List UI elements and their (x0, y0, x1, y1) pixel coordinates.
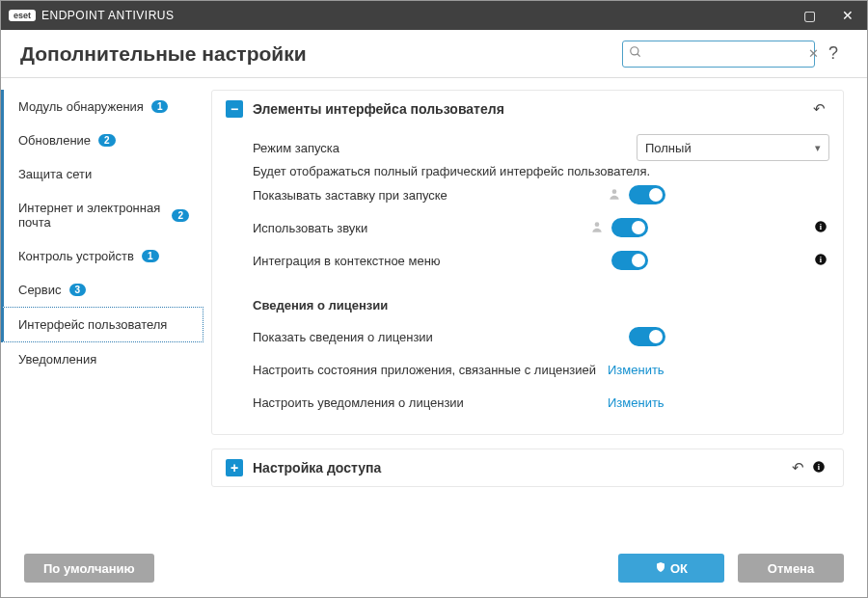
title-bar: eset ENDPOINT ANTIVIRUS ▢ ✕ (1, 1, 867, 30)
clear-search-icon[interactable]: ✕ (808, 46, 819, 61)
sidebar-item-notifications[interactable]: Уведомления (1, 342, 203, 376)
shield-icon (655, 561, 666, 576)
start-mode-select[interactable]: Полный ▾ (637, 134, 829, 161)
sidebar-item-label: Обновление (18, 133, 91, 148)
sidebar: Модуль обнаружения 1 Обновление 2 Защита… (1, 78, 203, 539)
start-mode-value: Полный (645, 141, 815, 155)
search-box[interactable]: ✕ (622, 41, 815, 68)
license-notifs-edit-link[interactable]: Изменить (608, 395, 665, 410)
license-heading: Сведения о лицензии (253, 298, 829, 313)
app-title: ENDPOINT ANTIVIRUS (41, 9, 790, 22)
sidebar-item-ui[interactable]: Интерфейс пользователя (1, 307, 203, 342)
sidebar-item-network[interactable]: Защита сети (1, 157, 203, 191)
chevron-down-icon: ▾ (815, 142, 821, 154)
panel-ui-elements: − Элементы интерфейса пользователя ↶ Реж… (211, 90, 844, 435)
maximize-button[interactable]: ▢ (790, 1, 828, 30)
panel-header[interactable]: + Настройка доступа ↶ i (212, 449, 843, 486)
panel-title: Элементы интерфейса пользователя (253, 101, 808, 117)
info-icon[interactable]: i (812, 253, 829, 269)
license-states-edit-link[interactable]: Изменить (608, 363, 665, 377)
sidebar-badge: 2 (172, 209, 189, 222)
user-icon (608, 187, 621, 204)
search-icon (629, 45, 642, 62)
expand-icon[interactable]: + (226, 459, 243, 476)
window-controls: ▢ ✕ (790, 1, 867, 30)
sidebar-badge: 3 (69, 284, 87, 296)
start-mode-hint: Будет отображаться полный графический ин… (253, 164, 829, 178)
svg-line-1 (637, 54, 640, 57)
cancel-button[interactable]: Отмена (738, 554, 844, 583)
sidebar-item-label: Модуль обнаружения (18, 99, 144, 114)
context-menu-toggle[interactable] (611, 251, 648, 270)
sidebar-item-label: Контроль устройств (18, 249, 134, 263)
license-show-toggle[interactable] (629, 327, 665, 346)
sidebar-item-label: Сервис (18, 283, 62, 297)
sidebar-item-label: Уведомления (18, 352, 96, 367)
collapse-icon[interactable]: − (226, 100, 243, 118)
sidebar-item-label: Интерфейс пользователя (18, 317, 167, 332)
user-icon (590, 220, 604, 236)
sounds-toggle[interactable] (611, 218, 648, 237)
svg-point-2 (612, 189, 617, 194)
sidebar-item-label: Защита сети (18, 167, 92, 181)
brand-badge: eset (9, 10, 36, 21)
sidebar-item-service[interactable]: Сервис 3 (1, 273, 203, 307)
sidebar-item-detection[interactable]: Модуль обнаружения 1 (1, 90, 203, 123)
start-mode-label: Режим запуска (253, 141, 637, 155)
sidebar-item-device-control[interactable]: Контроль устройств 1 (1, 239, 203, 273)
panel-access: + Настройка доступа ↶ i (211, 448, 844, 487)
search-input[interactable] (646, 46, 808, 61)
sidebar-item-internet-email[interactable]: Интернет и электронная почта 2 (1, 191, 203, 239)
svg-point-3 (595, 222, 600, 227)
content-area: − Элементы интерфейса пользователя ↶ Реж… (203, 78, 867, 539)
panel-header[interactable]: − Элементы интерфейса пользователя ↶ (212, 91, 843, 127)
page-header: Дополнительные настройки ✕ ? (1, 30, 867, 78)
context-menu-label: Интеграция в контекстное меню (253, 254, 590, 268)
info-icon[interactable]: i (812, 220, 829, 236)
sidebar-item-label: Интернет и электронная почта (18, 201, 164, 230)
panel-title: Настройка доступа (253, 460, 787, 476)
page-title: Дополнительные настройки (20, 42, 622, 66)
ok-button[interactable]: ОК (618, 554, 724, 583)
license-states-label: Настроить состояния приложения, связанны… (253, 363, 608, 377)
svg-point-0 (631, 47, 638, 55)
license-show-label: Показать сведения о лицензии (253, 330, 608, 344)
defaults-button[interactable]: По умолчанию (24, 554, 154, 583)
sidebar-item-update[interactable]: Обновление 2 (1, 123, 203, 157)
sounds-label: Использовать звуки (253, 221, 590, 235)
license-notifs-label: Настроить уведомления о лицензии (253, 395, 608, 410)
reset-icon[interactable]: ↶ (787, 459, 808, 476)
reset-icon[interactable]: ↶ (808, 100, 829, 118)
sidebar-badge: 1 (151, 100, 169, 113)
sidebar-badge: 2 (98, 134, 116, 147)
sidebar-badge: 1 (142, 250, 159, 262)
splash-toggle[interactable] (629, 185, 665, 204)
info-icon[interactable]: i (808, 460, 829, 476)
help-button[interactable]: ? (819, 43, 848, 64)
splash-label: Показывать заставку при запуске (253, 188, 608, 203)
close-button[interactable]: ✕ (828, 1, 867, 30)
footer: По умолчанию ОК Отмена (1, 539, 867, 597)
